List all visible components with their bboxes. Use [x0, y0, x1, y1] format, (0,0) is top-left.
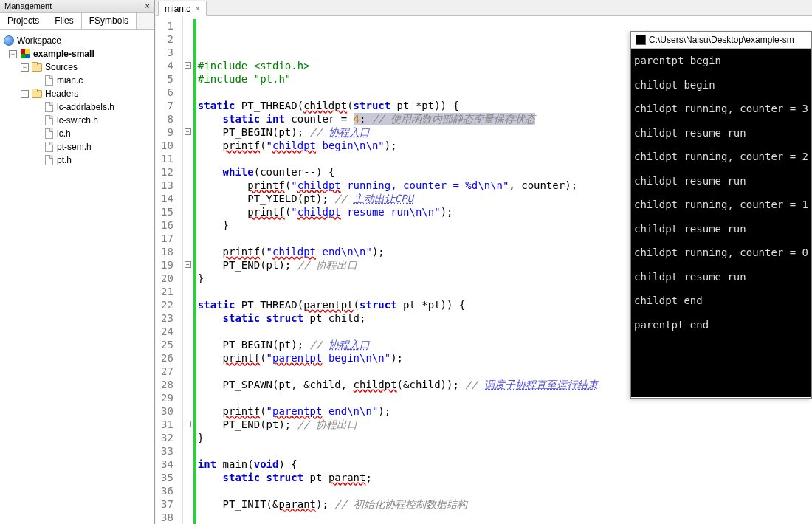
line-gutter: 1234567891011121314151617181920212223242…	[156, 16, 183, 524]
console-window[interactable]: C:\Users\Naisu\Desktop\example-sm parent…	[630, 31, 812, 399]
fold-icon[interactable]: −	[185, 261, 191, 268]
file-icon	[45, 128, 53, 139]
file-label: lc-switch.h	[57, 115, 98, 125]
console-output: parentpt begin childpt begin childpt run…	[631, 49, 811, 397]
workspace-icon	[4, 35, 14, 46]
collapse-icon[interactable]: −	[21, 90, 29, 98]
project-tree: Workspace − example-small − Sources mian…	[0, 30, 154, 171]
code-body[interactable]: #include <stdio.h>#include "pt.h" static…	[196, 16, 598, 524]
editor-tabs: mian.c ×	[156, 0, 812, 16]
file-label: pt.h	[57, 155, 72, 165]
headers-label: Headers	[45, 89, 78, 99]
left-tabs: Projects Files FSymbols	[0, 13, 154, 30]
tree-sources-folder[interactable]: − Sources	[3, 61, 151, 74]
tree-headers-folder[interactable]: − Headers	[3, 87, 151, 100]
tree-file[interactable]: mian.c	[3, 74, 151, 87]
file-icon	[45, 142, 53, 152]
management-panel: Management × Projects Files FSymbols Wor…	[0, 0, 155, 524]
fold-icon[interactable]: −	[185, 421, 191, 427]
panel-title: Management	[4, 1, 52, 10]
tree-file[interactable]: pt-sem.h	[3, 140, 151, 154]
workspace-label: Workspace	[17, 35, 61, 46]
sources-label: Sources	[45, 62, 78, 72]
tree-workspace[interactable]: Workspace	[3, 34, 151, 47]
folder-icon	[32, 90, 42, 98]
tab-label: mian.c	[165, 4, 190, 14]
tree-file[interactable]: pt.h	[3, 154, 151, 167]
console-titlebar[interactable]: C:\Users\Naisu\Desktop\example-sm	[631, 32, 811, 49]
change-marker	[193, 19, 196, 524]
file-label: mian.c	[57, 75, 83, 86]
folder-icon	[32, 63, 42, 72]
file-icon	[45, 155, 53, 165]
close-icon[interactable]: ×	[195, 4, 200, 14]
console-icon	[636, 35, 646, 45]
tree-project[interactable]: − example-small	[3, 47, 151, 61]
collapse-icon[interactable]: −	[21, 63, 29, 72]
collapse-icon[interactable]: −	[9, 50, 17, 58]
tree-file[interactable]: lc-switch.h	[3, 114, 151, 127]
editor-tab-mian[interactable]: mian.c ×	[158, 1, 207, 16]
project-label: example-small	[33, 49, 94, 59]
tab-files[interactable]: Files	[47, 13, 81, 29]
tab-projects[interactable]: Projects	[0, 13, 47, 29]
close-icon[interactable]: ×	[145, 1, 150, 10]
fold-icon[interactable]: −	[185, 128, 191, 135]
file-label: lc.h	[57, 128, 71, 139]
tree-file[interactable]: lc.h	[3, 127, 151, 140]
panel-title-bar: Management ×	[0, 0, 154, 13]
console-title: C:\Users\Naisu\Desktop\example-sm	[649, 35, 794, 45]
file-icon	[45, 115, 53, 125]
project-icon	[21, 49, 30, 58]
file-icon	[45, 75, 53, 86]
tab-fsymbols[interactable]: FSymbols	[82, 13, 137, 29]
file-label: lc-addrlabels.h	[57, 102, 114, 112]
file-icon	[45, 102, 53, 112]
tree-file[interactable]: lc-addrlabels.h	[3, 100, 151, 114]
fold-icon[interactable]: −	[185, 62, 191, 69]
file-label: pt-sem.h	[57, 142, 92, 152]
